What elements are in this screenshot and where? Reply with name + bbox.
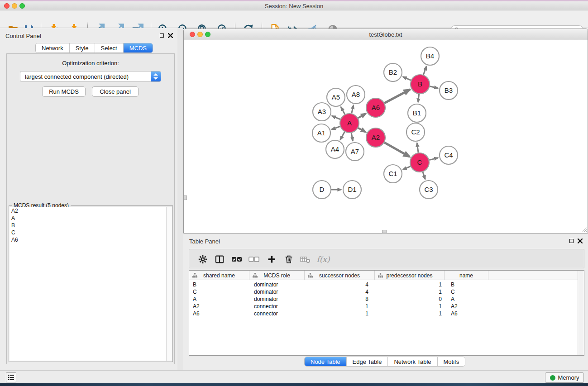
graph-node-C3[interactable]: C3 — [420, 181, 438, 199]
table-cell[interactable]: A6 — [445, 310, 488, 317]
tab-edge-table[interactable]: Edge Table — [346, 357, 388, 366]
graph-edge-A-A8[interactable] — [352, 105, 354, 113]
tab-node-table[interactable]: Node Table — [305, 357, 346, 366]
graph-edge-B-B1[interactable] — [418, 94, 419, 102]
graph-edge-B-B2[interactable] — [403, 77, 411, 81]
run-mcds-button[interactable]: Run MCDS — [42, 86, 86, 97]
mcds-result-item[interactable]: A2 — [10, 207, 167, 214]
panel-splitter[interactable] — [177, 28, 183, 370]
add-column-icon[interactable] — [266, 253, 277, 265]
table-scrollbar[interactable] — [578, 271, 584, 355]
tab-select[interactable]: Select — [95, 43, 123, 52]
delete-table-icon[interactable] — [299, 253, 311, 265]
table-cell[interactable]: B — [445, 281, 488, 288]
mcds-result-scrollbar[interactable] — [166, 207, 172, 361]
graph-node-C1[interactable]: C1 — [384, 165, 402, 183]
table-row[interactable]: Cdominator41C — [189, 288, 578, 295]
table-row[interactable]: Bdominator41B — [189, 281, 578, 288]
tab-style[interactable]: Style — [69, 43, 95, 52]
delete-column-icon[interactable] — [283, 253, 295, 265]
graph-node-A8[interactable]: A8 — [347, 86, 365, 104]
optimization-criterion-dropdown[interactable]: largest connected component (directed) — [20, 71, 161, 82]
graph-edge-A-A4[interactable] — [340, 132, 345, 140]
graph-node-A2[interactable]: A2 — [366, 128, 385, 147]
graph-edge-A2-C[interactable] — [384, 143, 410, 157]
graph-edge-C-C2[interactable] — [417, 143, 418, 152]
network-window-titlebar[interactable]: testGlobe.txt — [184, 29, 588, 40]
table-cell[interactable]: dominator — [249, 281, 305, 288]
graph-edge-C-C3[interactable] — [423, 172, 425, 179]
column-header-successor-nodes[interactable]: successor nodes — [305, 271, 375, 280]
memory-button[interactable]: Memory — [545, 372, 584, 383]
table-cell[interactable]: A2 — [445, 303, 488, 310]
table-cell[interactable]: 8 — [305, 295, 375, 303]
table-cell[interactable]: dominator — [249, 295, 305, 303]
graph-edge-B-B3[interactable] — [430, 86, 438, 88]
mcds-result-item[interactable]: A — [10, 214, 167, 222]
graph-node-A6[interactable]: A6 — [366, 98, 385, 117]
graph-node-A4[interactable]: A4 — [326, 140, 344, 158]
network-graph-canvas[interactable]: B4B2BB3A5A8A6A3B1AA1C2A2A4A7C4CC1DD1C3 — [184, 41, 588, 234]
graph-node-B1[interactable]: B1 — [408, 104, 426, 122]
table-cell[interactable]: 4 — [305, 281, 375, 288]
close-panel-icon[interactable] — [168, 33, 173, 38]
graph-node-B3[interactable]: B3 — [440, 81, 458, 100]
mcds-result-item[interactable]: A6 — [10, 236, 167, 243]
window-resize-grip[interactable] — [581, 226, 587, 233]
tab-network[interactable]: Network — [36, 43, 69, 52]
mcds-result-item[interactable]: C — [10, 229, 167, 236]
float-panel-icon[interactable] — [160, 33, 164, 38]
graph-node-A7[interactable]: A7 — [346, 143, 364, 161]
table-cell[interactable]: 4 — [305, 288, 375, 295]
node-table[interactable]: shared nameMCDS rolesuccessor nodesprede… — [189, 270, 584, 356]
float-panel-icon[interactable] — [569, 239, 574, 243]
function-builder-icon[interactable]: f(x) — [315, 253, 331, 265]
graph-edge-A6-B[interactable] — [384, 90, 410, 103]
table-cell[interactable]: dominator — [249, 288, 305, 295]
graph-node-A[interactable]: A — [340, 114, 359, 133]
task-history-button[interactable] — [6, 372, 16, 382]
deselect-all-icon[interactable] — [248, 253, 260, 265]
mcds-result-item[interactable]: B — [10, 222, 167, 229]
table-cell[interactable]: C — [189, 288, 249, 295]
graph-node-B[interactable]: B — [411, 75, 430, 94]
table-cell[interactable]: C — [445, 288, 488, 295]
settings-gear-icon[interactable] — [197, 253, 209, 265]
table-row[interactable]: Adominator80A — [189, 295, 578, 303]
table-cell[interactable]: A — [445, 295, 488, 303]
graph-edge-C-C1[interactable] — [403, 167, 411, 170]
graph-edge-A-A5[interactable] — [341, 107, 345, 114]
graph-node-A5[interactable]: A5 — [327, 88, 345, 106]
graph-node-A3[interactable]: A3 — [313, 103, 331, 121]
table-cell[interactable]: connector — [249, 310, 305, 317]
table-row[interactable]: A6connector11A6 — [189, 310, 578, 317]
table-cell[interactable]: 1 — [305, 303, 375, 310]
close-panel-button[interactable]: Close panel — [92, 86, 139, 97]
graph-node-C4[interactable]: C4 — [440, 146, 458, 164]
table-cell[interactable]: B — [189, 281, 249, 288]
graph-edge-A-A2[interactable] — [358, 128, 366, 132]
graph-edge-A-A6[interactable] — [358, 114, 366, 118]
table-row[interactable]: A2connector11A2 — [189, 303, 578, 310]
table-cell[interactable]: A2 — [189, 303, 249, 310]
split-panel-icon[interactable] — [214, 253, 225, 265]
tab-network-table[interactable]: Network Table — [387, 357, 437, 366]
column-header-shared-name[interactable]: shared name — [189, 271, 249, 280]
table-cell[interactable]: A — [189, 295, 249, 303]
column-header-predecessor-nodes[interactable]: predecessor nodes — [375, 271, 445, 280]
table-cell[interactable]: 1 — [375, 310, 445, 317]
tab-mcds[interactable]: MCDS — [123, 43, 153, 52]
column-header-mcds-role[interactable]: MCDS role — [249, 271, 305, 280]
table-cell[interactable]: 0 — [375, 295, 445, 303]
table-cell[interactable]: A6 — [189, 310, 249, 317]
select-all-icon[interactable] — [231, 253, 243, 265]
graph-node-B2[interactable]: B2 — [384, 63, 402, 81]
mcds-result-list[interactable]: A2ABCA6 — [10, 207, 167, 361]
graph-node-C[interactable]: C — [410, 153, 429, 172]
graph-edge-A-A3[interactable] — [332, 116, 340, 119]
tab-motifs[interactable]: Motifs — [437, 357, 465, 366]
graph-node-C2[interactable]: C2 — [406, 123, 425, 141]
graph-node-D1[interactable]: D1 — [343, 181, 361, 199]
table-cell[interactable]: 1 — [375, 303, 445, 310]
graph-edge-C-C4[interactable] — [429, 158, 438, 160]
